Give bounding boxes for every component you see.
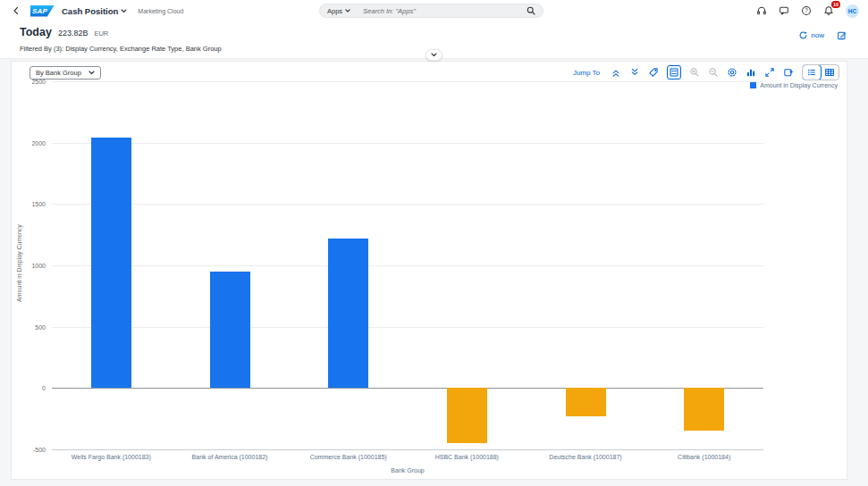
zoom-out-button[interactable]: [708, 67, 719, 78]
bar-3[interactable]: [328, 239, 368, 389]
refresh-label: now: [811, 31, 824, 39]
x-tick-label: Wells Fargo Bank (1000183): [72, 454, 151, 460]
svg-text:?: ?: [805, 7, 808, 13]
chart-view-icon: [806, 67, 817, 78]
chart-type-button[interactable]: [746, 67, 756, 78]
legend-label: Amount in Display Currency: [760, 82, 838, 88]
gridline: [52, 143, 763, 144]
add-card-icon: [783, 67, 794, 78]
support-button[interactable]: [756, 5, 767, 16]
add-card-button[interactable]: [783, 67, 794, 78]
kpi-value: 223.82B: [58, 29, 88, 38]
y-axis-ticks: 25002000150010005000-500: [12, 81, 49, 449]
kpi-unit: EUR: [94, 29, 108, 38]
headset-icon: [756, 5, 767, 16]
gridline: [52, 388, 763, 389]
search-input[interactable]: [354, 7, 523, 15]
x-tick-label: HSBC Bank (1000188): [435, 454, 499, 460]
y-tick-label: 1500: [31, 201, 46, 207]
x-tick-label: Deutsche Bank (1000187): [549, 454, 621, 460]
chart-card: By Bank Group Jump To Amount in Display …: [11, 61, 847, 480]
back-button[interactable]: [9, 4, 23, 18]
show-labels-button[interactable]: [648, 67, 659, 78]
x-axis-ticks: Wells Fargo Bank (1000183)Bank of Americ…: [52, 451, 763, 462]
gridline: [52, 265, 763, 266]
chevron-down-icon: [431, 53, 437, 57]
plot-area: [52, 81, 763, 449]
chart-toolbar: By Bank Group Jump To: [29, 64, 839, 80]
table-view-button[interactable]: [821, 65, 839, 80]
app-title-label: Cash Position: [62, 6, 118, 16]
header-actions: now: [798, 30, 847, 40]
sap-logo: SAP: [30, 5, 55, 17]
y-tick-label: 0: [42, 385, 46, 391]
shell-actions: ? 10 HC: [756, 4, 859, 18]
chevron-down-icon: [88, 71, 95, 75]
y-tick-label: 500: [35, 323, 46, 330]
y-tick-label: 2000: [31, 139, 46, 146]
search-scope-label: Apps: [327, 7, 342, 15]
notification-count-badge: 10: [831, 1, 840, 8]
x-tick-label: Bank of America (1000182): [192, 454, 268, 460]
help-icon: ?: [801, 5, 812, 16]
edit-filters-button[interactable]: [837, 30, 847, 40]
x-tick-label: Commerce Bank (1000185): [310, 454, 387, 460]
view-by-label: By Bank Group: [36, 69, 81, 77]
chart-type-icon: [746, 67, 756, 78]
avatar[interactable]: HC: [846, 4, 859, 18]
shell-left: SAP Cash Position Marketing Cloud: [9, 4, 183, 18]
shell-search[interactable]: Apps: [319, 4, 544, 18]
expand-all-button[interactable]: [629, 67, 640, 78]
header-collapse-button[interactable]: [426, 49, 442, 61]
gridline: [52, 204, 763, 205]
jump-to-button[interactable]: Jump To: [573, 69, 600, 77]
chevron-down-icon: [121, 9, 127, 13]
fullscreen-button[interactable]: [764, 67, 775, 78]
refresh-button[interactable]: now: [798, 30, 824, 40]
app-title-menu[interactable]: Cash Position: [62, 6, 127, 16]
refresh-icon: [798, 30, 808, 40]
gridline: [52, 327, 763, 328]
back-icon: [12, 6, 21, 15]
search-scope-select[interactable]: Apps: [327, 7, 350, 15]
x-axis-title: Bank Group: [391, 467, 424, 473]
collapse-all-icon: [611, 67, 621, 78]
bar-1[interactable]: [91, 138, 131, 388]
view-switch: [802, 64, 839, 80]
bar-6[interactable]: [684, 388, 724, 431]
bar-4[interactable]: [447, 388, 487, 443]
x-tick-label: Citibank (1000184): [678, 454, 730, 460]
chat-icon: [779, 5, 789, 16]
chevron-down-icon: [345, 9, 350, 13]
fullscreen-icon: [764, 67, 775, 78]
page-title: Today: [20, 26, 52, 38]
y-tick-label: 1000: [31, 263, 46, 269]
expand-all-icon: [629, 67, 640, 78]
toolbar-actions: Jump To: [573, 64, 839, 80]
shell-bar: SAP Cash Position Marketing Cloud Apps ?…: [0, 0, 868, 21]
gridline: [52, 81, 763, 82]
help-button[interactable]: ?: [801, 5, 812, 16]
collapse-all-button[interactable]: [611, 67, 621, 78]
feedback-button[interactable]: [779, 5, 789, 16]
settings-icon: [727, 67, 737, 78]
zoom-in-button[interactable]: [689, 67, 700, 78]
zoom-out-icon: [708, 67, 719, 78]
edit-icon: [837, 30, 847, 40]
chart-view-button[interactable]: [802, 64, 822, 80]
view-by-select[interactable]: By Bank Group: [29, 66, 101, 80]
bar-2[interactable]: [210, 272, 250, 388]
tag-icon: [648, 67, 659, 78]
notifications-button[interactable]: 10: [823, 5, 834, 16]
legend-toggle-button[interactable]: [667, 65, 681, 80]
legend-toggle-icon: [669, 67, 679, 78]
gridline: [52, 449, 763, 450]
app-subtitle: Marketing Cloud: [138, 8, 183, 14]
settings-button[interactable]: [727, 67, 737, 78]
table-view-icon: [824, 67, 835, 78]
avatar-initials: HC: [848, 8, 856, 14]
search-icon[interactable]: [527, 6, 535, 15]
y-tick-label: 2500: [31, 79, 46, 85]
bar-5[interactable]: [566, 388, 606, 416]
zoom-in-icon: [689, 67, 700, 78]
